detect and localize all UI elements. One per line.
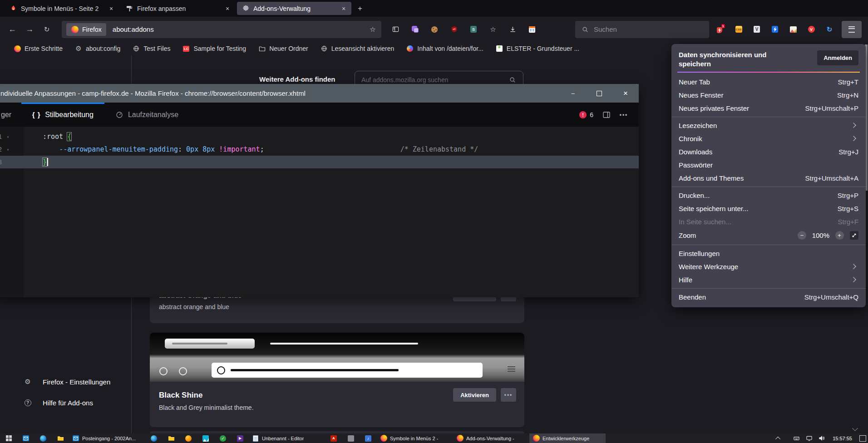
- menu-item[interactable]: Passwörter: [671, 158, 866, 172]
- maximize-button[interactable]: [586, 84, 612, 103]
- taskbar-app[interactable]: Symbole in Menüs 2 -: [377, 433, 453, 443]
- taskbar-app[interactable]: Add-ons-Verwaltung -: [453, 433, 529, 443]
- fold-arrow-icon[interactable]: ▾: [6, 147, 9, 152]
- minimize-button[interactable]: –: [560, 84, 586, 103]
- sidebar-item-settings[interactable]: ⚙ Firefox - Einstellungen: [24, 378, 110, 386]
- close-button[interactable]: ×: [612, 84, 639, 103]
- bookmark-item[interactable]: Inhalt von /dateien/for...: [400, 43, 489, 54]
- tabs-group-icon[interactable]: [411, 25, 419, 34]
- fold-arrow-icon[interactable]: ▾: [6, 134, 9, 139]
- menu-item[interactable]: Zoom−100%+: [671, 228, 866, 243]
- menu-item[interactable]: Add-ons und ThemesStrg+Umschalt+A: [671, 172, 866, 185]
- reload-button[interactable]: ↻: [38, 21, 55, 38]
- taskbar-icon-button[interactable]: [145, 433, 163, 443]
- browser-tab[interactable]: Symbole in Menüs - Seite 2×: [5, 2, 119, 15]
- tab-close-icon[interactable]: ×: [108, 5, 114, 13]
- split-panel-icon[interactable]: [602, 111, 611, 119]
- vocab-icon[interactable]: V: [753, 25, 761, 34]
- fullscreen-button[interactable]: [849, 231, 858, 240]
- back-button[interactable]: ←: [4, 21, 21, 38]
- bookmark-star-icon[interactable]: ☆: [489, 25, 497, 34]
- taskbar-clock[interactable]: 15:57:55: [833, 436, 852, 441]
- bookmark-item[interactable]: ⚙about:config: [69, 43, 126, 54]
- tab-style-editor[interactable]: { } Stilbearbeitung: [21, 103, 104, 127]
- table-icon[interactable]: [528, 25, 536, 34]
- sync-icon[interactable]: ↻: [825, 25, 833, 34]
- scroll-down-indicator[interactable]: [851, 424, 859, 433]
- taskbar-icon-button[interactable]: A: [325, 433, 342, 443]
- menu-item[interactable]: Drucken...Strg+P: [671, 189, 866, 202]
- tab-close-icon[interactable]: ×: [224, 5, 231, 13]
- code-line[interactable]: 1▾:root {: [0, 130, 639, 143]
- browser-tab[interactable]: Firefox anpassen×: [121, 2, 235, 15]
- bookmark-item[interactable]: Erste Schritte: [7, 43, 69, 54]
- taskbar-icon-button[interactable]: [180, 433, 197, 443]
- zoom-in-button[interactable]: +: [835, 231, 844, 240]
- menu-item[interactable]: Einstellungen: [671, 247, 866, 260]
- bookmark-item[interactable]: Test Files: [126, 43, 176, 54]
- taskbar-icon-button[interactable]: ✓: [214, 433, 232, 443]
- meatballs-icon[interactable]: •••: [620, 111, 628, 119]
- taskbar-icon-button[interactable]: [342, 433, 360, 443]
- browser-tab[interactable]: Add-ons-Verwaltung×: [237, 2, 351, 15]
- screenshot-icon[interactable]: [789, 25, 797, 34]
- taskbar-icon-button[interactable]: ♪: [360, 433, 377, 443]
- site-identity-chip[interactable]: Firefox: [66, 23, 106, 36]
- bookmark-item[interactable]: Leseansicht aktivieren: [314, 43, 400, 54]
- code-line[interactable]: 2▾ --arrowpanel-menuitem-padding: 0px 8p…: [0, 143, 639, 156]
- error-count-button[interactable]: ! 6: [579, 111, 593, 119]
- tray-expand-button[interactable]: [770, 433, 787, 443]
- show-desktop-button[interactable]: [859, 435, 866, 442]
- enable-theme-button[interactable]: Aktivieren: [453, 388, 496, 402]
- menu-item[interactable]: Weitere Werkzeuge: [671, 260, 866, 273]
- bookmark-item[interactable]: LCSample for Testing: [176, 43, 252, 54]
- menu-item[interactable]: Lesezeichen: [671, 119, 866, 132]
- ublock-icon[interactable]: uO: [450, 25, 458, 34]
- menu-item[interactable]: Seite speichern unter...Strg+S: [671, 202, 866, 215]
- taskbar-icon-button[interactable]: [35, 433, 52, 443]
- sidebar-icon[interactable]: [391, 25, 399, 34]
- bookmark-item[interactable]: *ELSTER - Grundsteuer ...: [489, 43, 585, 54]
- css-icon[interactable]: CSS: [735, 25, 743, 34]
- partial-tab-label[interactable]: ger: [1, 111, 11, 119]
- menu-item[interactable]: Hilfe: [671, 273, 866, 286]
- taskbar-app[interactable]: Entwicklerwerkzeuge: [529, 433, 606, 443]
- menu-item[interactable]: Neues FensterStrg+N: [671, 89, 866, 102]
- new-tab-button[interactable]: +: [352, 2, 368, 15]
- taskbar-icon-button[interactable]: [197, 433, 214, 443]
- menu-item[interactable]: Chronik: [671, 132, 866, 145]
- sign-in-button[interactable]: Anmelden: [817, 50, 858, 65]
- taskbar-icon-button[interactable]: [52, 433, 69, 443]
- badge-lightning-icon[interactable]: 1: [716, 25, 725, 34]
- download-icon[interactable]: [508, 25, 517, 34]
- more-options-button[interactable]: •••: [501, 388, 516, 402]
- style-editor-code[interactable]: 1▾:root {2▾ --arrowpanel-menuitem-paddin…: [0, 127, 639, 297]
- taskbar-icon-button[interactable]: ▶: [232, 433, 249, 443]
- speaker-icon[interactable]: [818, 435, 825, 442]
- menu-item[interactable]: Neues privates FensterStrg+Umschalt+P: [671, 102, 866, 115]
- touch-keyboard-icon[interactable]: [793, 435, 800, 442]
- stylus-icon[interactable]: S: [469, 25, 478, 34]
- menu-item[interactable]: DownloadsStrg+J: [671, 145, 866, 158]
- taskbar-icon-button[interactable]: [17, 433, 35, 443]
- taskbar-app[interactable]: Posteingang - 2002An...: [69, 433, 145, 443]
- taskbar-app[interactable]: Unbenannt - Editor: [249, 433, 325, 443]
- menu-item[interactable]: Neuer TabStrg+T: [671, 75, 866, 89]
- tab-close-icon[interactable]: ×: [340, 5, 347, 13]
- browser-search-field[interactable]: Suchen: [575, 21, 709, 38]
- devtools-titlebar[interactable]: ndividuelle Anpassungen - camp-firefox.d…: [0, 84, 639, 103]
- bookmark-star-button[interactable]: ☆: [369, 25, 377, 34]
- taskbar-icon-button[interactable]: [163, 433, 180, 443]
- sidebar-item-help[interactable]: ? Hilfe für Add-ons: [24, 399, 93, 407]
- lightning-icon[interactable]: [771, 25, 779, 34]
- menu-item[interactable]: BeendenStrg+Umschalt+Q: [671, 290, 866, 304]
- url-bar[interactable]: Firefox about:addons ☆: [62, 21, 381, 38]
- code-line[interactable]: 3}: [0, 156, 639, 168]
- taskbar-icon-button[interactable]: [0, 433, 17, 443]
- bookmark-item[interactable]: Neuer Ordner: [252, 43, 314, 54]
- monitor-icon[interactable]: [805, 435, 813, 442]
- tab-performance[interactable]: Laufzeitanalyse: [104, 103, 189, 127]
- zoom-out-button[interactable]: −: [798, 231, 807, 240]
- forward-button[interactable]: →: [21, 21, 38, 38]
- vivaldi-icon[interactable]: V: [807, 25, 815, 34]
